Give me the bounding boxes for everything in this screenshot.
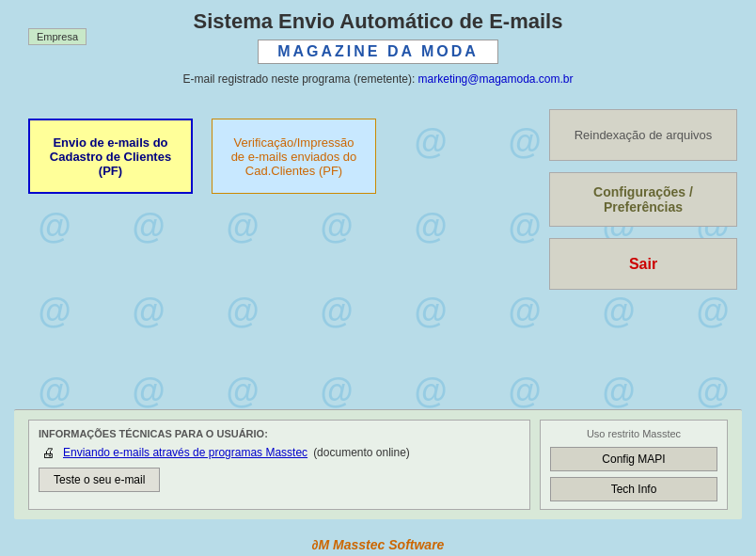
empresa-button[interactable]: Empresa xyxy=(28,28,87,45)
footer-logo: ∂M Masstec Software xyxy=(312,537,445,552)
bottom-bar: INFORMAÇÕES TÉCNICAS PARA O USUÁRIO: 🖨 E… xyxy=(14,409,742,519)
header: Empresa Sistema Envio Automático de E-ma… xyxy=(0,0,756,90)
sair-button[interactable]: Sair xyxy=(549,238,737,290)
restricted-label: Uso restrito Masstec xyxy=(550,428,717,439)
test-email-button[interactable]: Teste o seu e-mail xyxy=(39,468,160,492)
reindex-button[interactable]: Reindexação de arquivos xyxy=(549,109,737,161)
doc-link-row: 🖨 Enviando e-mails através de programas … xyxy=(39,445,520,460)
left-section: Envio de e-mails do Cadastro de Clientes… xyxy=(19,100,540,400)
footer-logo-symbol: ∂M xyxy=(312,537,330,552)
buttons-row: Envio de e-mails do Cadastro de Clientes… xyxy=(19,100,540,213)
bottom-left-panel: INFORMAÇÕES TÉCNICAS PARA O USUÁRIO: 🖨 E… xyxy=(28,420,530,510)
right-section: Reindexação de arquivos Configurações / … xyxy=(549,100,737,400)
config-button[interactable]: Configurações / Preferências xyxy=(549,172,737,227)
page-title: Sistema Envio Automático de E-mails xyxy=(19,9,737,34)
company-name-box: MAGAZINE DA MODA xyxy=(258,40,498,64)
printer-icon: 🖨 xyxy=(39,445,57,460)
content-area: Envio de e-mails do Cadastro de Clientes… xyxy=(0,90,756,409)
verify-emails-button[interactable]: Verificação/Impressão de e-mails enviado… xyxy=(212,119,376,194)
send-emails-button[interactable]: Envio de e-mails do Cadastro de Clientes… xyxy=(28,119,193,194)
info-title: INFORMAÇÕES TÉCNICAS PARA O USUÁRIO: xyxy=(39,428,520,439)
config-mapi-button[interactable]: Config MAPI xyxy=(550,447,717,471)
company-name: MAGAZINE DA MODA xyxy=(277,43,479,59)
email-info: E-mail registrado neste programa (remete… xyxy=(19,72,737,86)
tech-info-button[interactable]: Tech Info xyxy=(550,477,717,501)
email-label: E-mail registrado neste programa (remete… xyxy=(182,72,415,86)
main-container: Empresa Sistema Envio Automático de E-ma… xyxy=(0,0,756,556)
footer-logo-text: Masstec Software xyxy=(333,537,444,552)
footer: ∂M Masstec Software xyxy=(0,533,756,556)
doc-link[interactable]: Enviando e-mails através de programas Ma… xyxy=(63,446,307,459)
doc-note: (documento online) xyxy=(313,446,410,459)
bottom-right-panel: Uso restrito Masstec Config MAPI Tech In… xyxy=(540,420,728,510)
email-address[interactable]: marketing@magamoda.com.br xyxy=(418,72,574,86)
